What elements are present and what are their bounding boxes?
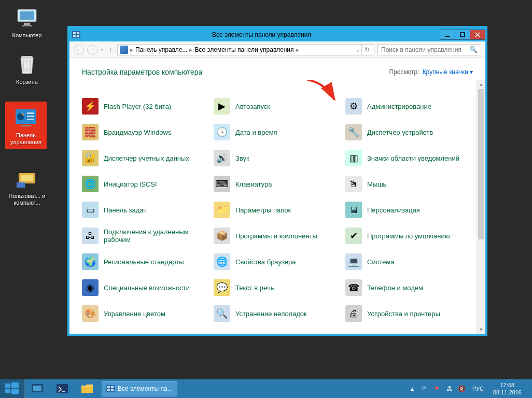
cp-item-label: Региональные стандарты (104, 258, 184, 266)
folder-options-icon: 📁 (214, 202, 230, 218)
scroll-down-button[interactable]: ▼ (477, 325, 485, 334)
task-label: Все элементы па... (118, 385, 173, 392)
cp-item-admin-tools[interactable]: ⚙Администрирование (343, 93, 473, 119)
cp-item-phone-modem[interactable]: ☎Телефон и модем (343, 275, 473, 301)
taskbar-task-control-panel[interactable]: Все элементы па... (102, 381, 177, 396)
cp-item-region[interactable]: 🌍Региональные стандарты (80, 249, 209, 275)
mouse-icon: 🖱 (345, 176, 362, 192)
cp-item-devices-printers[interactable]: 🖨Устройства и принтеры (343, 301, 473, 326)
cp-item-tts[interactable]: 💬Текст в речь (212, 275, 341, 301)
tray-speaker-icon[interactable]: 🔇 (457, 383, 467, 394)
cp-item-color-mgmt[interactable]: 🎨Управление цветом (80, 301, 209, 326)
cp-item-accessibility[interactable]: ◉Специальные возможности (80, 275, 209, 301)
cp-item-label: Инициатор iSCSI (104, 180, 157, 188)
language-indicator[interactable]: РУС (468, 386, 488, 392)
desktop-icon-recycle-bin[interactable]: Корзина (6, 50, 48, 88)
cp-item-remote-desktop[interactable]: 🖧Подключения к удаленным рабочим (80, 223, 209, 249)
svg-point-4 (24, 62, 30, 68)
taskbar: Все элементы па... ▴ 🏳 ⚑ 🖧 🔇 РУС 17:58 0… (0, 379, 532, 398)
taskbar-pinned-server-manager[interactable] (26, 381, 49, 396)
minimize-button[interactable] (440, 30, 455, 40)
cp-item-datetime[interactable]: 🕓Дата и время (212, 119, 341, 145)
taskbar-pinned-powershell[interactable] (51, 381, 74, 396)
tray-network-icon[interactable]: 🖧 (444, 383, 455, 394)
control-panel-crumb-icon (120, 46, 128, 54)
cp-item-autoplay[interactable]: ▶Автозапуск (212, 93, 341, 119)
taskbar-right: ▴ 🏳 ⚑ 🖧 🔇 РУС 17:58 08.11.2016 (406, 379, 532, 398)
breadcrumb-separator-icon: ▸ (295, 46, 300, 53)
cp-item-personalization[interactable]: 🖥Персонализация (343, 197, 473, 223)
programs-features-icon: 📦 (214, 228, 230, 244)
troubleshoot-icon: 🔍 (214, 305, 230, 322)
scrollbar-thumb[interactable] (478, 89, 484, 239)
search-box[interactable]: 🔍 (377, 44, 481, 55)
cp-item-label: Персонализация (367, 206, 420, 214)
start-button[interactable] (0, 379, 25, 398)
taskbar-left: Все элементы па... (0, 379, 177, 398)
cp-item-mouse[interactable]: 🖱Мышь (343, 171, 473, 197)
view-selector[interactable]: Крупные значки ▾ (423, 68, 473, 76)
cp-item-label: Параметры папок (235, 206, 291, 214)
desktop-icon-users-computers[interactable]: Пользоват... и компьют... (6, 164, 48, 208)
maximize-button[interactable] (455, 30, 470, 40)
cp-item-notifications-icon[interactable]: ▥Значки области уведомлений (343, 145, 473, 171)
cp-item-firewall[interactable]: 🧱Брандмауэр Windows (80, 119, 209, 145)
cp-item-label: Значки области уведомлений (367, 154, 459, 162)
svg-rect-1 (20, 11, 34, 20)
cp-item-device-manager[interactable]: 🔧Диспетчер устройств (343, 119, 473, 145)
clock[interactable]: 17:58 08.11.2016 (488, 381, 527, 396)
refresh-button[interactable]: ↻ (361, 44, 372, 55)
close-button[interactable] (470, 30, 485, 40)
cp-item-label: Администрирование (367, 103, 431, 110)
tray-flag-icon[interactable]: 🏳 (419, 383, 430, 394)
cp-item-internet-options[interactable]: 🌐Свойства браузера (212, 249, 341, 275)
address-bar[interactable]: ▸ Панель управле... ▸ Все элементы панел… (117, 44, 374, 55)
desktop-icon-control-panel[interactable]: Панель управления (5, 102, 47, 149)
svg-rect-30 (107, 386, 110, 388)
titlebar[interactable]: Все элементы панели управления (69, 28, 485, 41)
scroll-up-button[interactable]: ▲ (477, 80, 485, 89)
cp-item-sound[interactable]: 🔊Звук (212, 145, 341, 171)
address-dropdown-icon[interactable]: ⌄ (353, 46, 360, 53)
keyboard-icon: ⌨ (214, 176, 230, 192)
accessibility-icon: ◉ (82, 279, 99, 296)
cp-item-troubleshoot[interactable]: 🔍Устранение неполадок (212, 301, 341, 326)
search-icon[interactable]: 🔍 (469, 46, 478, 53)
cp-item-credential-manager[interactable]: 🔐Диспетчер учетных данных (80, 145, 209, 171)
svg-rect-18 (77, 35, 79, 37)
up-button[interactable]: ↑ (106, 46, 114, 54)
svg-rect-7 (27, 112, 34, 114)
svg-rect-16 (77, 32, 79, 34)
region-icon: 🌍 (82, 253, 99, 270)
cp-item-flash[interactable]: ⚡Flash Player (32 бита) (80, 93, 209, 119)
cp-item-keyboard[interactable]: ⌨Клавиатура (212, 171, 341, 197)
desktop-icon-computer[interactable]: Компьютер (6, 3, 48, 41)
vertical-scrollbar[interactable]: ▲ ▼ (477, 80, 485, 334)
cp-item-label: Дата и время (235, 129, 277, 136)
clock-date: 08.11.2016 (493, 389, 522, 396)
cp-item-taskbar[interactable]: ▭Панель задач (80, 197, 209, 223)
cp-item-label: Телефон и модем (367, 284, 423, 292)
default-programs-icon: ✔ (345, 228, 362, 244)
search-input[interactable] (381, 46, 469, 53)
breadcrumb-control-panel[interactable]: Панель управле... (135, 46, 187, 53)
users-computers-icon (15, 166, 39, 191)
taskbar-pinned-explorer[interactable] (76, 381, 99, 396)
cp-item-label: Автозапуск (235, 103, 270, 110)
cp-item-label: Устранение неполадок (235, 310, 307, 318)
cp-item-system[interactable]: 💻Система (343, 249, 473, 275)
cp-item-programs-features[interactable]: 📦Программы и компоненты (212, 223, 341, 249)
cp-item-label: Звук (235, 154, 249, 162)
svg-rect-8 (27, 116, 34, 117)
svg-rect-23 (5, 389, 10, 393)
cp-item-default-programs[interactable]: ✔Программы по умолчанию (343, 223, 473, 249)
history-dropdown-icon[interactable]: ▾ (101, 47, 103, 52)
show-desktop-button[interactable] (527, 379, 531, 398)
cp-item-iscsi[interactable]: 🌐Инициатор iSCSI (80, 171, 209, 197)
firewall-icon: 🧱 (82, 124, 99, 140)
tray-chevron-icon[interactable]: ▴ (407, 383, 417, 394)
control-panel-window: Все элементы панели управления ← → ▾ ↑ ▸… (67, 26, 487, 336)
tray-security-icon[interactable]: ⚑ (432, 383, 442, 394)
cp-item-folder-options[interactable]: 📁Параметры папок (212, 197, 341, 223)
breadcrumb-all-items[interactable]: Все элементы панели управления (194, 46, 293, 53)
